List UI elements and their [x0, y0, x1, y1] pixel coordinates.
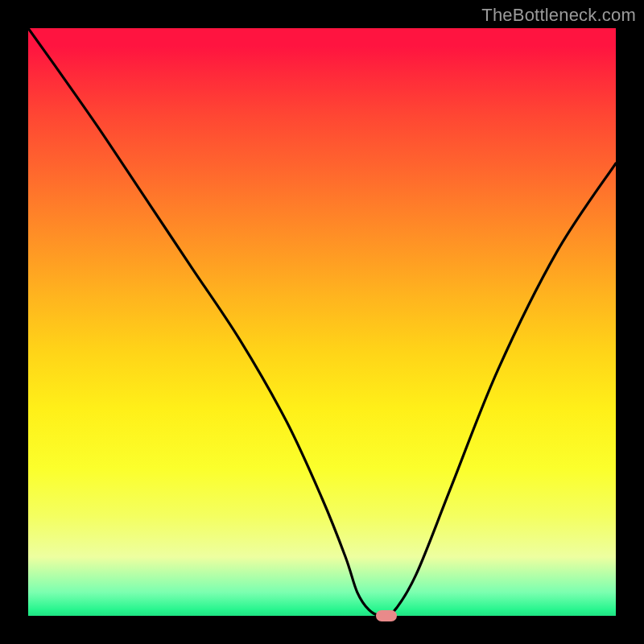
- plot-area: [28, 28, 616, 616]
- chart-frame: TheBottleneck.com: [0, 0, 644, 644]
- curve-path: [28, 28, 616, 616]
- bottleneck-curve: [28, 28, 616, 616]
- minimum-marker: [376, 610, 397, 621]
- watermark-text: TheBottleneck.com: [481, 5, 636, 26]
